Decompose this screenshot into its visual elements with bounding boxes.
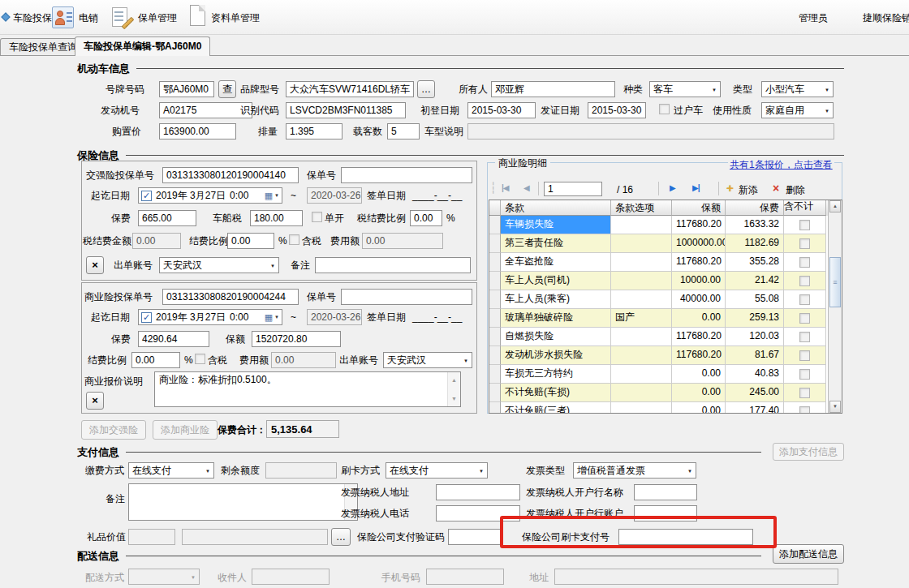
taxpayer-bankname-input[interactable] — [634, 484, 697, 500]
comm-amount-input[interactable]: 1520720.80 — [252, 331, 341, 347]
plate-search-button[interactable]: 查 — [218, 80, 236, 98]
gift-picker-button[interactable]: … — [331, 528, 351, 546]
comp-policy-input[interactable] — [341, 167, 472, 183]
incl-checkbox[interactable] — [799, 406, 810, 414]
scroll-up-icon[interactable]: ▲ — [448, 374, 460, 386]
document-icon[interactable] — [190, 5, 205, 26]
engine-input[interactable]: A02175 — [159, 102, 252, 118]
incl-checkbox[interactable] — [799, 369, 810, 380]
table-row[interactable]: 发动机涉水损失险117680.2081.67 — [489, 346, 842, 365]
incl-checkbox[interactable] — [799, 276, 810, 286]
toolbar-item-telesales[interactable]: 电销 — [79, 12, 98, 24]
add-row-label[interactable]: 新添 — [739, 184, 758, 196]
scrollbar-thumb[interactable]: ≡ — [829, 257, 841, 307]
table-row[interactable]: 车损无三方特约0.0040.83 — [489, 365, 842, 384]
comp-rate-input[interactable]: 0.00 — [227, 233, 274, 249]
pay-method-select[interactable]: 在线支付▼ — [128, 462, 214, 479]
incl-checkbox[interactable] — [799, 313, 810, 324]
table-row[interactable]: 不计免赔(车损)0.00245.00 — [489, 384, 842, 402]
comp-incl-tax-checkbox[interactable] — [289, 234, 299, 245]
table-row[interactable]: 车上人员(司机)10000.0021.42 — [489, 272, 842, 290]
delete-row-icon[interactable]: × — [773, 182, 779, 195]
table-row[interactable]: 第三者责任险1000000.001182.69 — [489, 234, 842, 253]
incl-checkbox[interactable] — [799, 350, 810, 361]
comm-policy-input[interactable] — [341, 289, 472, 305]
comm-start-datepicker[interactable]: ✓ 2019年 3月27日 0:00 ▦▼ — [138, 309, 282, 325]
comp-no-input[interactable]: 0313133080120190004140 — [162, 167, 299, 183]
kind-select[interactable]: 客车▼ — [649, 81, 721, 97]
comm-account-select[interactable]: 天安武汉▼ — [383, 352, 472, 368]
scroll-up-icon[interactable]: ▲ — [829, 200, 841, 212]
first-page-button[interactable]: |◀ — [502, 183, 509, 192]
add-commercial-button[interactable]: 添加商业险 — [153, 420, 218, 440]
comp-taxrate-input[interactable]: 0.00 — [410, 210, 442, 226]
incl-checkbox[interactable] — [799, 257, 810, 268]
add-payment-button[interactable]: 添加支付信息 — [773, 443, 844, 461]
add-compulsory-button[interactable]: 添加交强险 — [81, 420, 146, 440]
tab-policy-edit[interactable]: 车险投保单编辑-鄂AJ60M0 — [75, 36, 210, 56]
payment-remark-textarea[interactable]: ▲▼ — [128, 483, 358, 521]
vin-input[interactable]: LSVCD2BM3FN011385 — [286, 102, 406, 118]
comp-period-checkbox[interactable]: ✓ — [141, 191, 152, 201]
transfer-checkbox[interactable] — [659, 104, 670, 114]
comp-start-datepicker[interactable]: ✓ 2019年 3月27日 0:00 ▦▼ — [138, 187, 282, 204]
comm-sign-date[interactable]: ____-__-__ — [412, 311, 462, 324]
incl-checkbox[interactable] — [799, 220, 810, 230]
incl-checkbox[interactable] — [799, 238, 810, 249]
first-reg-input[interactable]: 2015-03-30 — [467, 102, 536, 118]
comm-rate-input[interactable]: 0.00 — [131, 352, 180, 368]
taxpayer-address-input[interactable] — [436, 484, 520, 500]
table-scrollbar[interactable]: ▲ ≡ ▼ — [828, 200, 842, 413]
usage-select[interactable]: 家庭自用▼ — [761, 102, 834, 118]
comp-tax-input[interactable]: 180.00 — [250, 210, 303, 226]
comp-single-checkbox[interactable] — [312, 212, 322, 222]
seats-input[interactable]: 5 — [387, 123, 420, 139]
scroll-down-icon[interactable]: ▼ — [829, 401, 841, 413]
comm-incl-tax-checkbox[interactable] — [195, 354, 205, 364]
add-row-icon[interactable]: + — [726, 182, 734, 195]
comm-premium-input[interactable]: 4290.64 — [138, 331, 209, 347]
comp-premium-input[interactable]: 665.00 — [138, 210, 196, 226]
pay-verify-code-input[interactable] — [448, 529, 502, 545]
delete-row-label[interactable]: 删除 — [786, 184, 805, 196]
comm-quote-textarea[interactable]: 商业险：标准折扣0.5100。 ▲▼ — [154, 371, 461, 407]
table-row[interactable]: 车辆损失险117680.201633.32 — [489, 216, 842, 234]
scroll-down-icon[interactable]: ▼ — [448, 393, 460, 405]
next-page-button[interactable]: ▶ — [670, 183, 675, 192]
taxpayer-phone-input[interactable] — [436, 505, 520, 521]
comm-no-input[interactable]: 0313133080820190004244 — [162, 289, 299, 305]
comp-account-select[interactable]: 天安武汉▼ — [159, 257, 279, 273]
incl-checkbox[interactable] — [799, 294, 810, 305]
toolbar-item-vehicle-insure[interactable]: 车险投保 — [13, 12, 52, 24]
policy-manage-icon[interactable] — [112, 6, 133, 28]
page-number-input[interactable]: 1 — [544, 182, 602, 196]
issue-date-input[interactable]: 2015-03-30 — [588, 102, 646, 118]
toolbar-item-doc-manage[interactable]: 资料单管理 — [211, 12, 260, 24]
type-select[interactable]: 小型汽车▼ — [761, 81, 834, 97]
incl-checkbox[interactable] — [799, 388, 810, 398]
add-delivery-button[interactable]: 添加配送信息 — [773, 544, 844, 564]
table-row[interactable]: 全车盗抢险117680.20355.28 — [489, 253, 842, 272]
comp-remark-input[interactable] — [315, 257, 471, 273]
incl-checkbox[interactable] — [799, 332, 810, 342]
comm-close-button[interactable]: × — [86, 392, 104, 410]
brand-picker-button[interactable]: … — [417, 80, 435, 98]
comp-sign-date[interactable]: ____-__-__ — [412, 190, 462, 202]
brand-input[interactable]: 大众汽车SVW71416DL轿车 — [286, 81, 414, 97]
invoice-type-select[interactable]: 增值税普通发票▼ — [573, 462, 696, 479]
comm-period-checkbox[interactable]: ✓ — [141, 312, 152, 323]
table-row[interactable]: 自燃损失险117680.20120.03 — [489, 328, 842, 346]
last-page-button[interactable]: ▶| — [692, 183, 700, 192]
displacement-input[interactable]: 1.395 — [286, 123, 342, 139]
toolbar-item-policy-manage[interactable]: 保单管理 — [138, 12, 177, 24]
owner-input[interactable]: 邓亚辉 — [491, 81, 615, 97]
tab-policy-query[interactable]: 车险投保单查询 — [0, 38, 86, 56]
table-row[interactable]: 车上人员(乘客)40000.0055.08 — [489, 290, 842, 309]
card-method-select[interactable]: 在线支付▼ — [386, 462, 488, 479]
card-pay-no-input[interactable] — [618, 529, 753, 545]
textarea-scrollbar[interactable]: ▲▼ — [447, 372, 460, 406]
taxpayer-bankacct-input[interactable] — [634, 505, 697, 521]
table-row[interactable]: 不计免赔(三者)0.00177.40 — [489, 402, 842, 414]
prev-page-button[interactable]: ◀ — [523, 183, 529, 192]
plate-input[interactable]: 鄂AJ60M0 — [159, 81, 214, 97]
